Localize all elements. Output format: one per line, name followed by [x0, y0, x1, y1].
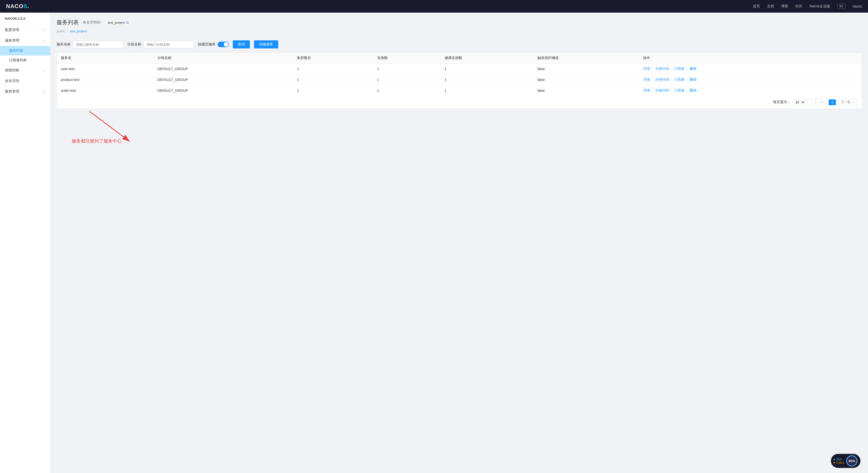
cell-service-name: user-test	[57, 64, 153, 74]
chevron-down-icon: ∨	[43, 39, 45, 42]
namespace-label: 命名空间ID	[83, 20, 100, 25]
breadcrumb-test-project[interactable]: test_project	[70, 29, 87, 33]
action-example-code[interactable]: 示例代码	[655, 77, 669, 81]
nav-blog[interactable]: 博客	[781, 4, 788, 8]
speed-circle: 65%	[846, 455, 858, 467]
filter-bar: 服务名称 分组名称 隐藏空服务 查询 创建服务	[57, 40, 862, 53]
page-header: 服务列表 命名空间ID test_project ⧉	[57, 19, 862, 26]
action-subscribers[interactable]: 订阅者	[674, 77, 685, 81]
per-page-label: 每页显示：	[773, 100, 791, 104]
annotation-text: 服务都注册到了服务中心	[72, 138, 122, 144]
col-instance-count: 实例数	[373, 53, 440, 64]
cell-instance-count: 1	[373, 74, 440, 85]
cell-protect-threshold: false	[533, 85, 639, 96]
cell-healthy-count: 1	[440, 74, 533, 85]
copy-icon[interactable]: ⧉	[126, 21, 129, 25]
page-1-button[interactable]: 1	[829, 99, 836, 105]
query-button[interactable]: 查询	[233, 40, 250, 48]
sidebar-version: NACOS 2.2.3	[0, 12, 50, 25]
namespace-value-box: test_project ⧉	[104, 19, 132, 26]
pagination: 每页显示： 10 20 50 ＜ 上一页 1 下一页 ＞	[57, 96, 862, 108]
action-detail[interactable]: 详情	[643, 88, 650, 92]
nav-links: 首页 文档 博客 社区 Nacos企业版 En nacos	[753, 4, 862, 9]
sidebar-item-cluster[interactable]: 集群管理 ∨	[0, 86, 50, 97]
action-subscribers[interactable]: 订阅者	[674, 88, 685, 92]
namespace-value: test_project	[108, 21, 125, 25]
sidebar-item-access-control[interactable]: 权限控制 ∨	[0, 65, 50, 76]
service-name-input[interactable]	[73, 41, 123, 48]
nav-enterprise[interactable]: Nacos企业版	[809, 4, 830, 8]
cell-cluster-count: 1	[293, 85, 373, 96]
action-detail[interactable]: 详情	[643, 67, 650, 71]
hidden-service-toggle[interactable]	[218, 42, 229, 47]
col-service-name: 服务名	[57, 53, 153, 64]
action-detail[interactable]: 详情	[643, 77, 650, 81]
table-row: user-test DEFAULT_GROUP 1 1 1 false 详情 |…	[57, 64, 862, 74]
col-actions: 操作	[639, 53, 862, 64]
cell-healthy-count: 1	[440, 85, 533, 96]
download-speed: ▼ 0.8K/s	[833, 461, 844, 464]
nav-community[interactable]: 社区	[795, 4, 802, 8]
group-name-filter: 分组名称	[127, 41, 194, 48]
chevron-down-icon: ∨	[43, 69, 45, 72]
service-table: 服务名 分组名称 集群数目 实例数 健康实例数 触发保护阈值 操作 user-t…	[57, 53, 862, 109]
cell-cluster-count: 1	[293, 64, 373, 74]
create-service-button[interactable]: 创建服务	[254, 40, 278, 48]
sidebar: NACOS 2.2.3 配置管理 ∨ 服务管理 ∨ 服务列表 订阅者列表 权限控…	[0, 12, 51, 473]
service-name-label: 服务名称	[57, 42, 71, 47]
col-cluster-count: 集群数目	[293, 53, 373, 64]
hidden-service-label: 隐藏空服务	[198, 42, 216, 47]
col-protect-threshold: 触发保护阈值	[533, 53, 639, 64]
upload-speed: ▲ 2K/s	[833, 458, 844, 461]
action-subscribers[interactable]: 订阅者	[674, 67, 685, 71]
action-delete[interactable]: 删除	[690, 88, 697, 92]
col-group-name: 分组名称	[153, 53, 293, 64]
network-widget: ▲ 2K/s ▼ 0.8K/s 65%	[831, 454, 861, 468]
group-name-input[interactable]	[144, 41, 194, 48]
cell-cluster-count: 1	[293, 74, 373, 85]
action-delete[interactable]: 删除	[690, 67, 697, 71]
network-stats: ▲ 2K/s ▼ 0.8K/s	[833, 458, 844, 464]
page-title: 服务列表	[57, 19, 79, 26]
service-name-filter: 服务名称	[57, 41, 123, 48]
group-name-label: 分组名称	[127, 42, 142, 47]
lang-button[interactable]: En	[837, 4, 845, 9]
nav-user[interactable]: nacos	[852, 4, 862, 8]
col-healthy-count: 健康实例数	[440, 53, 533, 64]
sidebar-item-namespace[interactable]: 命名空间	[0, 76, 50, 86]
cell-actions: 详情 | 示例代码 | 订阅者 | 删除	[639, 64, 862, 74]
nav-docs[interactable]: 文档	[767, 4, 774, 8]
cell-protect-threshold: false	[533, 64, 639, 74]
action-example-code[interactable]: 示例代码	[655, 67, 669, 71]
breadcrumb: public | test_project	[57, 29, 862, 36]
sidebar-item-service-management[interactable]: 服务管理 ∨	[0, 35, 50, 46]
nav-home[interactable]: 首页	[753, 4, 760, 8]
page-size-select[interactable]: 10 20 50	[793, 99, 805, 105]
action-example-code[interactable]: 示例代码	[655, 88, 669, 92]
top-nav: NACOS. 首页 文档 博客 社区 Nacos企业版 En nacos	[0, 0, 868, 12]
annotation-area: 服务都注册到了服务中心	[57, 111, 862, 146]
sidebar-item-service-list[interactable]: 服务列表	[0, 46, 50, 56]
cell-actions: 详情 | 示例代码 | 订阅者 | 删除	[639, 74, 862, 85]
cell-group-name: DEFAULT_GROUP	[153, 85, 293, 96]
cell-instance-count: 1	[373, 85, 440, 96]
table-row: order-test DEFAULT_GROUP 1 1 1 false 详情 …	[57, 85, 862, 96]
action-delete[interactable]: 删除	[690, 77, 697, 81]
main-content: 服务列表 命名空间ID test_project ⧉ public | test…	[51, 12, 868, 473]
sidebar-item-subscribers[interactable]: 订阅者列表	[0, 56, 50, 65]
cell-instance-count: 1	[373, 64, 440, 74]
table-row: product-test DEFAULT_GROUP 1 1 1 false 详…	[57, 74, 862, 85]
logo: NACOS.	[6, 3, 29, 9]
cell-service-name: order-test	[57, 85, 153, 96]
sidebar-item-config[interactable]: 配置管理 ∨	[0, 25, 50, 35]
cell-protect-threshold: false	[533, 74, 639, 85]
breadcrumb-public[interactable]: public	[57, 29, 65, 33]
next-page-button[interactable]: 下一页 ＞	[838, 99, 858, 105]
cell-healthy-count: 1	[440, 64, 533, 74]
hidden-service-filter: 隐藏空服务	[198, 42, 229, 47]
cell-service-name: product-test	[57, 74, 153, 85]
svg-line-1	[89, 111, 130, 141]
cell-group-name: DEFAULT_GROUP	[153, 64, 293, 74]
cell-group-name: DEFAULT_GROUP	[153, 74, 293, 85]
prev-page-button[interactable]: ＜ 上一页	[807, 99, 827, 105]
